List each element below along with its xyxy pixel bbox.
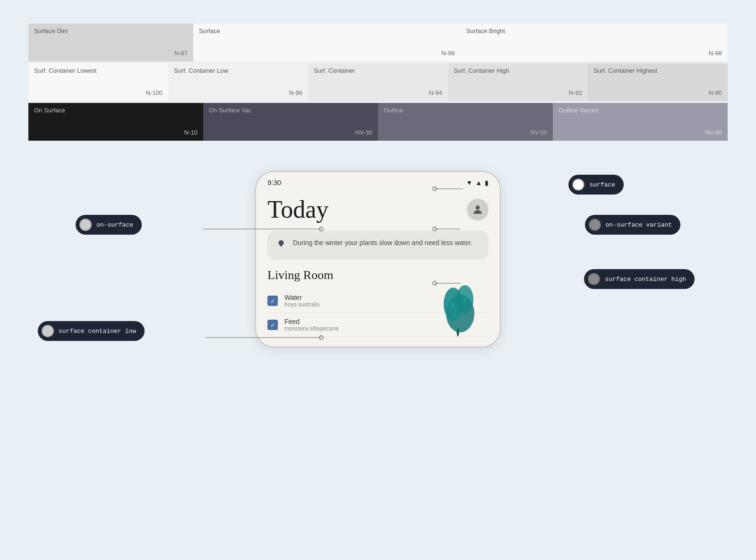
surf-container-lowest-value: N-100: [146, 89, 163, 96]
palette-row-2: Surf. Container Lowest N-100 Surf. Conta…: [28, 63, 728, 101]
task-2-title: Feed: [284, 318, 338, 325]
surface-label: surface: [589, 181, 615, 188]
surf-container-highest-cell: Surf. Container Highest N-90: [588, 63, 728, 101]
surface-container-high-label: surface container high: [605, 276, 686, 283]
phone-content: Today During the wint: [256, 191, 500, 347]
outline-var-cell: Outline Variant NV-80: [553, 103, 728, 141]
task-2-text: Feed monstera siltepecana: [284, 318, 338, 332]
surface-value: N-98: [441, 50, 455, 57]
info-text: During the winter your plants slow down …: [293, 238, 472, 248]
surf-container-high-label: Surf. Container High: [454, 67, 509, 74]
on-surface-cell: On Surface N-10: [28, 103, 203, 141]
checkbox-1: ✓: [267, 296, 278, 306]
outline-cell: Outline NV-50: [378, 103, 553, 141]
surface-container-high-pill: surface container high: [584, 269, 695, 289]
surface-annotation: surface: [568, 175, 624, 195]
palette-section: Surface Dim N-87 Surface N-98 Surface Br…: [0, 0, 756, 157]
on-surface-value: N-10: [184, 129, 198, 136]
surface-container-low-pill: surface container low: [38, 321, 145, 341]
surf-container-lowest-label: Surf. Container Lowest: [34, 67, 96, 74]
lightbulb-icon: [276, 239, 286, 252]
surface-dim-cell: Surface Dim N-87: [28, 24, 193, 61]
surface-dim-value: N-87: [174, 50, 188, 57]
on-surface-variant-circle: [589, 219, 601, 231]
surface-container-high-annotation: surface container high: [584, 269, 695, 289]
surface-cell: Surface N-98: [193, 24, 461, 61]
outline-label: Outline: [384, 107, 403, 114]
on-surface-circle: [79, 219, 92, 231]
surface-dim-label: Surface Dim: [34, 27, 68, 34]
on-surface-variant-label: on-surface variant: [606, 221, 672, 229]
surface-label: Surface: [199, 27, 220, 34]
avatar: [467, 199, 489, 221]
surface-container-low-label: surface container low: [59, 328, 136, 335]
surface-circle: [572, 178, 584, 191]
svg-point-0: [476, 205, 480, 210]
task-1-text: Water hoya australis: [284, 294, 319, 308]
today-title: Today: [267, 196, 328, 223]
on-surface-var-value: NV-30: [355, 129, 372, 136]
surf-container-low-cell: Surf. Container Low N-96: [168, 63, 308, 101]
task-1-title: Water: [284, 294, 319, 301]
on-surface-variant-pill: on-surface variant: [585, 215, 680, 235]
surf-container-value: N-94: [429, 89, 442, 96]
on-surface-var-label: On Surface Var.: [209, 107, 252, 114]
phone-time: 9:30: [267, 178, 281, 187]
plant-illustration: [432, 276, 484, 337]
surface-bright-cell: Surface Bright N-98: [460, 24, 728, 61]
surf-container-low-value: N-96: [289, 89, 302, 96]
on-surface-var-cell: On Surface Var. NV-30: [203, 103, 378, 141]
surf-container-highest-value: N-90: [709, 89, 722, 96]
surf-container-lowest-cell: Surf. Container Lowest N-100: [28, 63, 168, 101]
on-surface-label: on-surface: [96, 221, 133, 229]
outline-value: NV-50: [530, 129, 547, 136]
phone-status-icons: ▼ ▲ ▮: [466, 179, 489, 187]
phone-header: Today: [267, 196, 489, 223]
surface-container-high-circle: [588, 273, 600, 285]
task-2-subtitle: monstera siltepecana: [284, 325, 338, 332]
surface-bright-value: N-98: [709, 50, 722, 57]
on-surface-annotation: on-surface: [76, 215, 142, 235]
signal-icon: ▲: [475, 179, 482, 187]
info-card: During the winter your plants slow down …: [267, 230, 489, 260]
phone-frame: 9:30 ▼ ▲ ▮ Today: [255, 171, 501, 348]
surf-container-cell: Surf. Container N-94: [308, 63, 448, 101]
phone-wrapper: 9:30 ▼ ▲ ▮ Today: [255, 171, 501, 348]
surface-container-low-circle: [42, 325, 54, 337]
checkbox-2: ✓: [267, 320, 278, 330]
surf-container-low-label: Surf. Container Low: [174, 67, 228, 74]
surface-pill: surface: [568, 175, 624, 195]
surface-container-low-annotation: surface container low: [38, 321, 145, 341]
palette-row-1: Surface Dim N-87 Surface N-98 Surface Br…: [28, 24, 728, 61]
surf-container-high-value: N-92: [569, 89, 582, 96]
battery-icon: ▮: [485, 179, 489, 187]
on-surface-pill: on-surface: [76, 215, 142, 235]
surface-bright-label: Surface Bright: [466, 27, 505, 34]
room-section: Living Room ✓ Water hoya australis ✓: [267, 268, 489, 337]
phone-section: 9:30 ▼ ▲ ▮ Today: [0, 157, 756, 450]
surf-container-highest-label: Surf. Container Highest: [593, 67, 657, 74]
on-surface-variant-annotation: on-surface variant: [585, 215, 680, 235]
outline-var-value: NV-80: [705, 129, 722, 136]
palette-row-3: On Surface N-10 On Surface Var. NV-30 Ou…: [28, 103, 728, 141]
on-surface-label: On Surface: [34, 107, 65, 114]
surf-container-label: Surf. Container: [314, 67, 355, 74]
surf-container-high-cell: Surf. Container High N-92: [448, 63, 588, 101]
status-bar: 9:30 ▼ ▲ ▮: [256, 172, 500, 191]
task-1-subtitle: hoya australis: [284, 301, 319, 308]
wifi-icon: ▼: [466, 179, 472, 187]
outline-var-label: Outline Variant: [558, 107, 599, 114]
